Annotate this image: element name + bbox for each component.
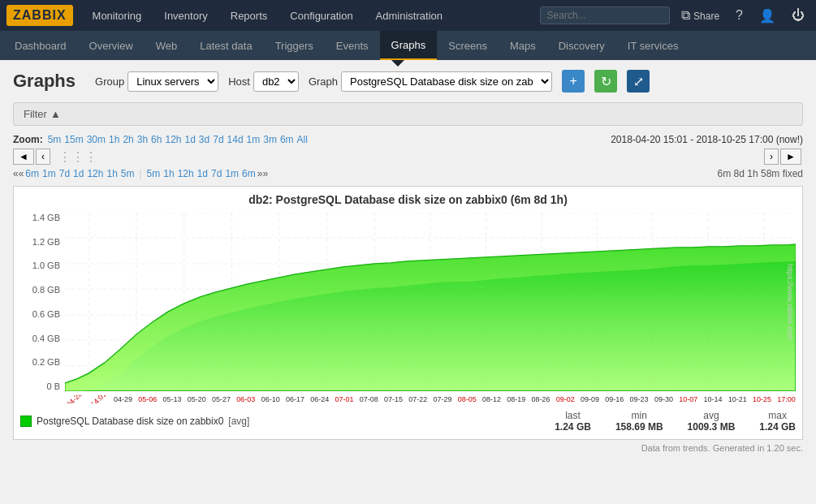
- fullscreen-button[interactable]: ⤢: [627, 70, 650, 93]
- zoom-14d[interactable]: 14d: [227, 134, 244, 145]
- nav-monitoring[interactable]: Monitoring: [81, 0, 153, 31]
- chart-area: 1.4 GB 1.2 GB 1.0 GB 0.8 GB 0.6 GB 0.4 G…: [20, 213, 796, 394]
- tab-screens[interactable]: Screens: [437, 31, 499, 60]
- x-label-0: 04-20: [65, 395, 84, 403]
- tab-events[interactable]: Events: [325, 31, 380, 60]
- zoom-1d[interactable]: 1d: [184, 134, 195, 145]
- date-range: 2018-04-20 15:01 - 2018-10-25 17:00 (now…: [611, 134, 803, 145]
- power-icon[interactable]: ⏻: [787, 8, 810, 23]
- x-label-13: 07-15: [384, 395, 403, 403]
- chart-svg-container: https://www.zabbix.com: [65, 213, 796, 394]
- stat-min-label: min: [615, 410, 663, 421]
- nav-reports[interactable]: Reports: [219, 0, 279, 31]
- x-axis: 04-20 14:01 04-29 05-06 05-13 05-20 05-2…: [20, 395, 796, 403]
- group-select[interactable]: Linux servers: [127, 71, 218, 92]
- x-label-6: 05-27: [212, 395, 231, 403]
- tab-web[interactable]: Web: [145, 31, 189, 60]
- zoom-6m[interactable]: 6m: [280, 134, 294, 145]
- ts-12h-left[interactable]: 12h: [87, 168, 103, 179]
- ts-6m-left[interactable]: 6m: [25, 168, 39, 179]
- refresh-button[interactable]: ↻: [594, 70, 617, 93]
- ts-1m-right[interactable]: 1m: [225, 168, 239, 179]
- nav-right-far[interactable]: ►: [780, 149, 801, 165]
- share-icon[interactable]: ⧉ Share: [676, 8, 724, 23]
- nav-left-far[interactable]: ◄: [13, 149, 34, 165]
- zoom-3h[interactable]: 3h: [137, 134, 148, 145]
- x-label-5: 05-20: [188, 395, 206, 403]
- y-axis: 1.4 GB 1.2 GB 1.0 GB 0.8 GB 0.6 GB 0.4 G…: [20, 213, 65, 391]
- zoom-15m[interactable]: 15m: [64, 134, 83, 145]
- x-label-27: 10-21: [728, 395, 747, 403]
- legend-series-label: PostgreSQL Database disk size on zabbix0: [37, 416, 223, 427]
- ts-7d-right[interactable]: 7d: [211, 168, 222, 179]
- ts-1d-right[interactable]: 1d: [197, 168, 208, 179]
- zoom-2h[interactable]: 2h: [123, 134, 133, 145]
- drag-handle[interactable]: ⋮⋮⋮: [58, 149, 97, 165]
- ts-1d-left[interactable]: 1d: [73, 168, 84, 179]
- zoom-3d[interactable]: 3d: [199, 134, 209, 145]
- x-label-9: 06-17: [286, 395, 304, 403]
- zoom-12h[interactable]: 12h: [165, 134, 181, 145]
- y-label-4: 0.8 GB: [32, 285, 60, 295]
- zoom-6h[interactable]: 6h: [151, 134, 162, 145]
- user-icon[interactable]: 👤: [754, 8, 780, 24]
- x-label-3: 05-06: [138, 395, 157, 403]
- nav-right[interactable]: ›: [764, 149, 779, 165]
- top-nav-right: ⧉ Share ? 👤 ⏻: [540, 6, 810, 24]
- y-label-3: 0.6 GB: [32, 309, 60, 319]
- chart-svg: [65, 213, 796, 391]
- tab-graphs[interactable]: Graphs: [380, 31, 438, 60]
- filter-bar[interactable]: Filter ▲: [13, 102, 803, 126]
- ts-1m-left[interactable]: 1m: [42, 168, 56, 179]
- nav-configuration[interactable]: Configuration: [278, 0, 364, 31]
- tab-dashboard[interactable]: Dashboard: [3, 31, 78, 60]
- add-button[interactable]: +: [562, 70, 585, 93]
- ts-6m-right[interactable]: 6m: [242, 168, 256, 179]
- x-label-11: 07-01: [335, 395, 353, 403]
- zoom-1h[interactable]: 1h: [109, 134, 119, 145]
- ts-12h-right[interactable]: 12h: [178, 168, 194, 179]
- group-label: Group: [95, 75, 124, 88]
- zoom-1m[interactable]: 1m: [247, 134, 261, 145]
- tab-discovery[interactable]: Discovery: [547, 31, 616, 60]
- ts-1h-right[interactable]: 1h: [163, 168, 174, 179]
- ts-5m-right[interactable]: 5m: [147, 168, 161, 179]
- nav-left[interactable]: ‹: [36, 149, 50, 165]
- nav-inventory[interactable]: Inventory: [153, 0, 218, 31]
- fixed-info: 6m 8d 1h 58m fixed: [718, 168, 803, 179]
- x-label-15: 07-29: [433, 395, 451, 403]
- footer: Data from trends. Generated in 1.20 sec.: [13, 443, 803, 453]
- tab-latest-data[interactable]: Latest data: [188, 31, 263, 60]
- x-label-26: 10-14: [703, 395, 722, 403]
- y-label-0: 0 B: [46, 381, 60, 391]
- stat-min: min 158.69 MB: [615, 410, 663, 433]
- zoom-all[interactable]: All: [297, 134, 308, 145]
- nav-administration[interactable]: Administration: [365, 0, 454, 31]
- search-input[interactable]: [540, 6, 670, 24]
- ts-1h-left[interactable]: 1h: [106, 168, 117, 179]
- help-icon[interactable]: ?: [731, 8, 748, 23]
- tab-triggers[interactable]: Triggers: [264, 31, 325, 60]
- host-select[interactable]: db2: [253, 71, 299, 92]
- sub-nav: Dashboard Overview Web Latest data Trigg…: [0, 31, 816, 60]
- x-label-20: 09-02: [556, 395, 575, 403]
- x-label-25: 10-07: [679, 395, 697, 403]
- ts-5m-left[interactable]: 5m: [121, 168, 135, 179]
- watermark-text: https://www.zabbix.com: [786, 264, 794, 340]
- time-steps: «« 6m 1m 7d 1d 12h 1h 5m | 5m 1h 12h 1d …: [13, 168, 803, 179]
- x-label-14: 07-22: [408, 395, 427, 403]
- legend-stats: last 1.24 GB min 158.69 MB avg 1009.3 MB…: [555, 410, 796, 433]
- x-label-21: 09-09: [581, 395, 599, 403]
- x-label-17: 08-12: [482, 395, 501, 403]
- zoom-5m[interactable]: 5m: [48, 134, 62, 145]
- zoom-7d[interactable]: 7d: [213, 134, 223, 145]
- tab-it-services[interactable]: IT services: [616, 31, 690, 60]
- x-label-28: 10-25: [753, 395, 771, 403]
- tab-overview[interactable]: Overview: [78, 31, 145, 60]
- stat-last: last 1.24 GB: [555, 410, 591, 433]
- graph-select[interactable]: PostgreSQL Database disk size on zabbix0: [341, 71, 552, 92]
- tab-maps[interactable]: Maps: [499, 31, 547, 60]
- ts-7d-left[interactable]: 7d: [59, 168, 70, 179]
- zoom-3m[interactable]: 3m: [263, 134, 277, 145]
- zoom-30m[interactable]: 30m: [87, 134, 106, 145]
